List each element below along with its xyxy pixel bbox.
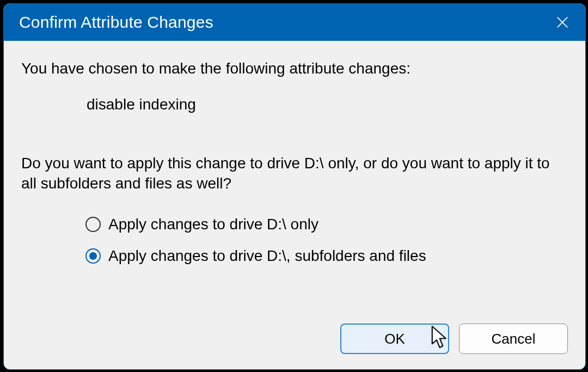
radio-icon bbox=[85, 217, 101, 232]
close-button[interactable] bbox=[550, 10, 574, 34]
button-row: OK Cancel bbox=[4, 324, 585, 369]
radio-icon bbox=[85, 248, 101, 264]
question-text: Do you want to apply this change to driv… bbox=[21, 153, 566, 194]
radio-drive-only-label: Apply changes to drive D:\ only bbox=[108, 216, 318, 233]
confirm-attribute-changes-dialog: Confirm Attribute Changes You have chose… bbox=[3, 3, 586, 370]
dialog-title: Confirm Attribute Changes bbox=[19, 13, 213, 32]
close-icon bbox=[555, 15, 570, 30]
radio-drive-only[interactable]: Apply changes to drive D:\ only bbox=[85, 216, 568, 233]
scope-radio-group: Apply changes to drive D:\ only Apply ch… bbox=[85, 216, 568, 265]
radio-subfolders-and-files-label: Apply changes to drive D:\, subfolders a… bbox=[108, 247, 426, 265]
ok-button[interactable]: OK bbox=[340, 324, 449, 354]
dialog-content: You have chosen to make the following at… bbox=[4, 41, 585, 324]
intro-text: You have chosen to make the following at… bbox=[21, 58, 568, 79]
cancel-button[interactable]: Cancel bbox=[459, 324, 568, 354]
titlebar: Confirm Attribute Changes bbox=[4, 4, 585, 41]
attribute-change-text: disable indexing bbox=[87, 94, 568, 115]
radio-subfolders-and-files[interactable]: Apply changes to drive D:\, subfolders a… bbox=[85, 247, 568, 265]
